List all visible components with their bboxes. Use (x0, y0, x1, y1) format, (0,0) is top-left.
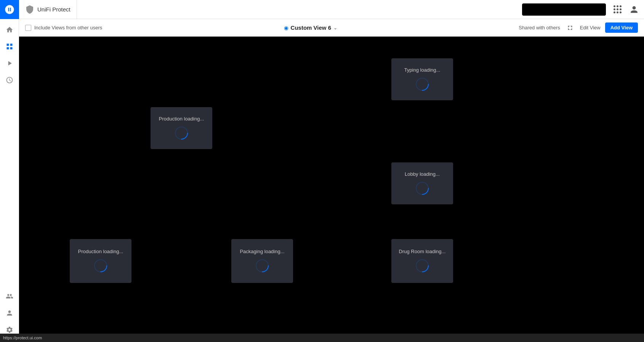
apps-grid-button[interactable] (610, 3, 624, 16)
main-canvas: Production loading... Typing loading... … (19, 37, 644, 342)
loading-spinner (255, 258, 270, 275)
include-views-checkbox[interactable] (25, 25, 31, 31)
camera-tile-lobby-1[interactable]: Lobby loading... (391, 162, 453, 204)
loading-spinner (415, 181, 430, 197)
camera-tile-drugroom-1[interactable]: Drug Room loading... (391, 239, 453, 283)
camera-tile-label: Lobby loading... (405, 171, 440, 177)
view-name: Custom View 6 (291, 24, 331, 31)
loading-spinner (174, 125, 189, 142)
topbar: UniFi Protect (0, 0, 644, 19)
loading-spinner (415, 258, 430, 275)
app-brand: UniFi Protect (19, 0, 77, 19)
status-url: https://protect.ui.com (3, 336, 42, 340)
edit-view-button[interactable]: Edit View (580, 25, 601, 31)
sidebar-item-recordings[interactable] (2, 56, 17, 71)
user-avatar-button[interactable] (627, 3, 641, 16)
loading-spinner (415, 77, 430, 93)
sidebar-item-timeline[interactable] (2, 72, 17, 88)
sidebar-item-account[interactable] (2, 305, 17, 321)
camera-tile-packaging-1[interactable]: Packaging loading... (231, 239, 293, 283)
camera-tile-label: Typing loading... (404, 67, 441, 73)
statusbar: https://protect.ui.com (0, 334, 644, 342)
camera-tile-label: Packaging loading... (240, 249, 284, 254)
camera-tile-production-2[interactable]: Production loading... (70, 239, 131, 283)
app-logo[interactable] (0, 0, 19, 19)
subheader: Include Views from other users ◉ Custom … (19, 19, 644, 37)
camera-tile-label: Drug Room loading... (399, 249, 446, 254)
include-views-label: Include Views from other users (34, 25, 102, 31)
view-selector[interactable]: ◉ Custom View 6 ⌄ (284, 24, 337, 31)
camera-tile-label: Production loading... (159, 116, 204, 122)
view-icon: ◉ (284, 25, 288, 31)
add-view-button[interactable]: Add View (605, 22, 638, 33)
shared-with-others-label: Shared with others (519, 25, 560, 31)
camera-tile-production-1[interactable]: Production loading... (151, 107, 212, 149)
loading-spinner (93, 258, 108, 275)
camera-tile-typing-1[interactable]: Typing loading... (391, 58, 453, 100)
camera-tile-label: Production loading... (78, 249, 123, 254)
sidebar (0, 19, 19, 342)
search-bar[interactable] (522, 3, 606, 16)
brand-name: UniFi Protect (37, 6, 70, 13)
sidebar-item-home[interactable] (2, 22, 17, 37)
view-chevron-icon: ⌄ (333, 25, 337, 31)
sidebar-item-users[interactable] (2, 289, 17, 304)
sidebar-item-liveview[interactable] (2, 39, 17, 54)
expand-button[interactable] (565, 22, 575, 33)
